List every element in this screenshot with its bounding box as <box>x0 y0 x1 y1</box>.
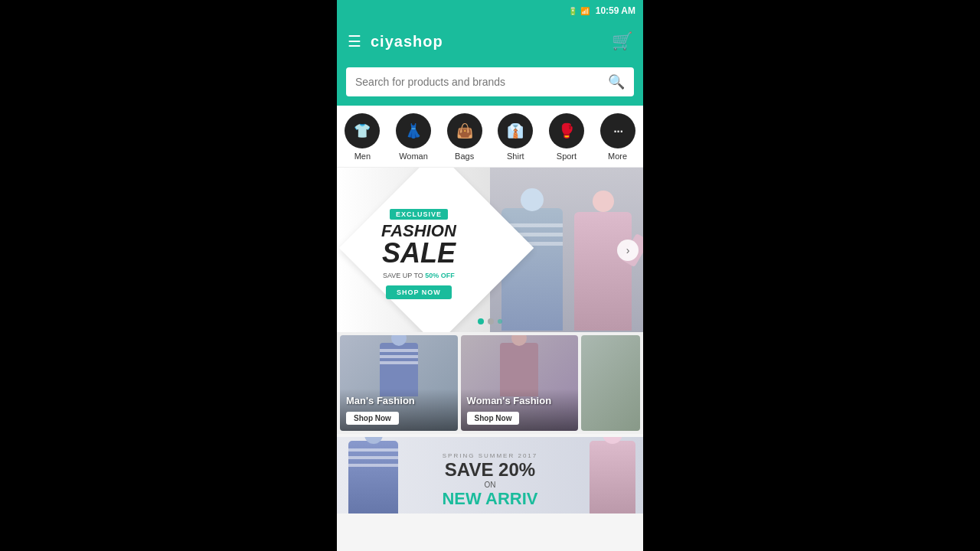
save-20-text: SAVE 20% <box>442 459 537 481</box>
bottom-banner-text: SPRING SUMMER 2017 SAVE 20% ON NEW ARRIV <box>442 452 537 509</box>
womans-fashion-card[interactable]: Woman's Fashion Shop Now <box>461 335 579 431</box>
more-icon: ··· <box>600 113 635 148</box>
bottom-woman-head <box>603 437 622 444</box>
womans-card-overlay: Woman's Fashion Shop Now <box>461 389 579 431</box>
app-logo: ciyashop <box>371 33 603 51</box>
hamburger-menu-icon[interactable]: ☰ <box>348 32 361 51</box>
category-label-sport: Sport <box>557 152 577 161</box>
mans-fashion-card[interactable]: Man's Fashion Shop Now <box>340 335 458 431</box>
bottom-sale-banner: SPRING SUMMER 2017 SAVE 20% ON NEW ARRIV <box>337 437 643 514</box>
top-navigation: ☰ ciyashop 🛒 <box>337 21 643 61</box>
wifi-icon: 📶 <box>580 7 590 15</box>
bags-icon: 👜 <box>447 113 482 148</box>
sport-icon: 🥊 <box>549 113 584 148</box>
man-card-head <box>391 335 407 346</box>
woman-card-head <box>511 335 527 346</box>
banner-next-arrow[interactable]: › <box>617 240 639 261</box>
mans-card-title: Man's Fashion <box>346 395 452 406</box>
womans-shop-now-button[interactable]: Shop Now <box>467 412 520 425</box>
category-item-bags[interactable]: 👜 Bags <box>447 113 482 161</box>
new-arrival-text: NEW ARRIV <box>442 489 537 509</box>
category-item-men[interactable]: 👕 Men <box>345 113 380 161</box>
woman-figure <box>574 212 632 331</box>
banner-text-content: EXCLUSIVE FASHION SALE SAVE UP TO 50% OF… <box>381 206 456 299</box>
shop-now-button[interactable]: SHOP NOW <box>386 285 452 299</box>
third-fashion-card[interactable] <box>581 335 640 431</box>
category-item-sport[interactable]: 🥊 Sport <box>549 113 584 161</box>
category-label-bags: Bags <box>455 152 474 161</box>
status-bar: 🔋 📶 10:59 AM <box>337 0 643 21</box>
carousel-dot-1[interactable] <box>478 318 484 324</box>
exclusive-badge: EXCLUSIVE <box>390 209 448 220</box>
sale-text: SALE <box>382 237 456 269</box>
mans-shop-now-button[interactable]: Shop Now <box>346 412 399 425</box>
save-text: SAVE UP TO 50% OFF <box>383 272 455 279</box>
cart-icon[interactable]: 🛒 <box>612 31 632 51</box>
search-bar: 🔍 <box>346 67 634 96</box>
battery-icon: 🔋 <box>568 7 577 15</box>
bottom-man-figure <box>348 441 398 514</box>
category-navigation: 👕 Men 👗 Woman 👜 Bags 👔 Shirt 🥊 Sport ···… <box>337 106 643 168</box>
woman-head <box>593 191 614 212</box>
fashion-cards-section: Man's Fashion Shop Now Woman's Fashion S… <box>337 332 643 434</box>
bottom-man-head <box>364 437 383 444</box>
status-icons: 🔋 📶 <box>568 7 590 15</box>
category-item-woman[interactable]: 👗 Woman <box>396 113 431 161</box>
category-item-more[interactable]: ··· More <box>600 113 635 161</box>
search-input[interactable] <box>355 76 602 88</box>
man-head <box>521 188 544 211</box>
category-label-shirt: Shirt <box>507 152 524 161</box>
woman-icon: 👗 <box>396 113 431 148</box>
shirt-icon: 👔 <box>498 113 533 148</box>
category-label-woman: Woman <box>399 152 428 161</box>
carousel-dot-2[interactable] <box>488 318 494 324</box>
time-display: 10:59 AM <box>596 5 635 16</box>
category-item-shirt[interactable]: 👔 Shirt <box>498 113 533 161</box>
category-label-more: More <box>608 152 627 161</box>
on-text: ON <box>442 481 537 489</box>
search-button[interactable]: 🔍 <box>608 73 625 90</box>
men-icon: 👕 <box>345 113 380 148</box>
discount-text: 50% OFF <box>425 272 455 279</box>
category-label-men: Men <box>354 152 371 161</box>
womans-card-title: Woman's Fashion <box>467 395 573 406</box>
carousel-dot-3[interactable] <box>498 319 502 324</box>
mans-card-overlay: Man's Fashion Shop Now <box>340 389 458 431</box>
search-bar-container: 🔍 <box>337 61 643 106</box>
bottom-woman-figure <box>590 441 635 514</box>
spring-label: SPRING SUMMER 2017 <box>442 452 537 459</box>
carousel-dots <box>478 318 502 324</box>
hero-banner: EXCLUSIVE FASHION SALE SAVE UP TO 50% OF… <box>337 168 643 332</box>
